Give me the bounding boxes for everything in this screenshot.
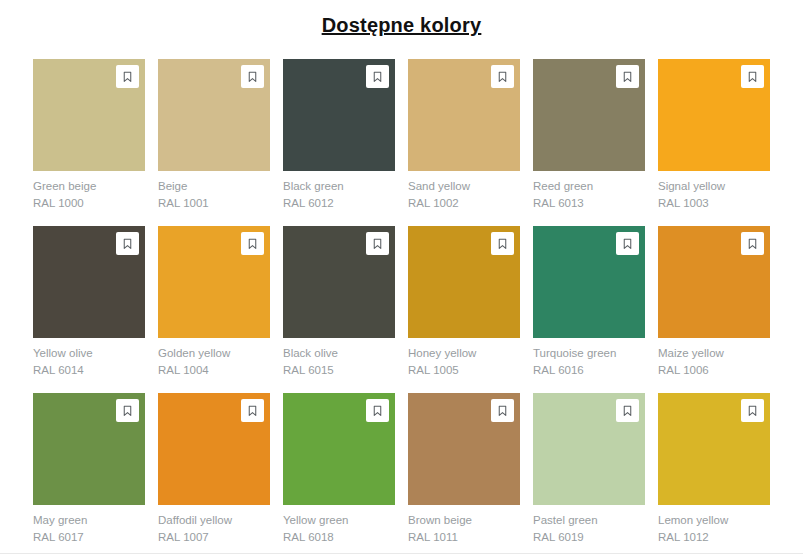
bookmark-button[interactable] [116,399,139,422]
bookmark-button[interactable] [491,232,514,255]
bookmark-button[interactable] [116,232,139,255]
color-name: Signal yellow [658,179,770,193]
color-swatch[interactable] [408,226,520,338]
color-ral-code: RAL 6018 [283,530,395,544]
bookmark-button[interactable] [741,399,764,422]
color-swatch[interactable] [283,393,395,505]
bookmark-button[interactable] [616,232,639,255]
bookmark-button[interactable] [241,399,264,422]
bookmark-button[interactable] [741,232,764,255]
color-ral-code: RAL 1006 [658,363,770,377]
bookmark-button[interactable] [116,65,139,88]
bookmark-button[interactable] [366,232,389,255]
color-card: Turquoise greenRAL 6016 [533,226,645,377]
color-card: Sand yellowRAL 1002 [408,59,520,210]
page-title: Dostępne kolory [33,14,770,37]
color-name: Daffodil yellow [158,513,270,527]
bookmark-icon [371,404,384,417]
color-card: Black greenRAL 6012 [283,59,395,210]
color-grid: Green beigeRAL 1000BeigeRAL 1001Black gr… [33,59,770,544]
color-ral-code: RAL 6012 [283,196,395,210]
color-swatch[interactable] [408,393,520,505]
color-name: May green [33,513,145,527]
color-card: Black oliveRAL 6015 [283,226,395,377]
bookmark-icon [621,237,634,250]
color-name: Brown beige [408,513,520,527]
color-name: Yellow green [283,513,395,527]
color-name: Turquoise green [533,346,645,360]
bookmark-icon [371,237,384,250]
color-ral-code: RAL 6019 [533,530,645,544]
color-name: Golden yellow [158,346,270,360]
color-swatch[interactable] [658,59,770,171]
color-name: Sand yellow [408,179,520,193]
color-card: Yellow oliveRAL 6014 [33,226,145,377]
bookmark-button[interactable] [491,399,514,422]
color-swatch[interactable] [408,59,520,171]
color-swatch[interactable] [158,226,270,338]
color-ral-code: RAL 1004 [158,363,270,377]
color-card: Yellow greenRAL 6018 [283,393,395,544]
bookmark-icon [246,237,259,250]
color-ral-code: RAL 1003 [658,196,770,210]
color-swatch[interactable] [533,59,645,171]
bookmark-icon [121,70,134,83]
bookmark-icon [246,404,259,417]
color-ral-code: RAL 6013 [533,196,645,210]
color-ral-code: RAL 6017 [33,530,145,544]
color-name: Maize yellow [658,346,770,360]
bookmark-button[interactable] [366,399,389,422]
color-swatch[interactable] [158,393,270,505]
color-card: Signal yellowRAL 1003 [658,59,770,210]
bookmark-icon [621,404,634,417]
color-card: Brown beigeRAL 1011 [408,393,520,544]
color-card: BeigeRAL 1001 [158,59,270,210]
bookmark-button[interactable] [241,65,264,88]
bookmark-button[interactable] [491,65,514,88]
color-ral-code: RAL 1011 [408,530,520,544]
color-name: Yellow olive [33,346,145,360]
bookmark-button[interactable] [366,65,389,88]
color-swatch[interactable] [33,59,145,171]
color-card: Honey yellowRAL 1005 [408,226,520,377]
color-card: Green beigeRAL 1000 [33,59,145,210]
color-name: Honey yellow [408,346,520,360]
color-ral-code: RAL 1007 [158,530,270,544]
color-card: Golden yellowRAL 1004 [158,226,270,377]
bookmark-icon [496,237,509,250]
color-name: Lemon yellow [658,513,770,527]
color-ral-code: RAL 6015 [283,363,395,377]
bookmark-icon [746,237,759,250]
color-card: Maize yellowRAL 1006 [658,226,770,377]
color-name: Pastel green [533,513,645,527]
color-name: Green beige [33,179,145,193]
color-swatch[interactable] [283,226,395,338]
color-ral-code: RAL 6016 [533,363,645,377]
color-name: Black olive [283,346,395,360]
color-ral-code: RAL 1012 [658,530,770,544]
bookmark-icon [746,70,759,83]
color-swatch[interactable] [33,393,145,505]
bookmark-button[interactable] [616,399,639,422]
bookmark-button[interactable] [241,232,264,255]
color-swatch[interactable] [658,393,770,505]
color-card: Reed greenRAL 6013 [533,59,645,210]
color-card: Lemon yellowRAL 1012 [658,393,770,544]
color-ral-code: RAL 1000 [33,196,145,210]
color-swatch[interactable] [533,393,645,505]
color-card: Pastel greenRAL 6019 [533,393,645,544]
bookmark-button[interactable] [741,65,764,88]
color-swatch[interactable] [158,59,270,171]
color-swatch[interactable] [283,59,395,171]
color-card: Daffodil yellowRAL 1007 [158,393,270,544]
color-swatch[interactable] [658,226,770,338]
bookmark-button[interactable] [616,65,639,88]
color-name: Black green [283,179,395,193]
bookmark-icon [371,70,384,83]
bookmark-icon [746,404,759,417]
color-swatch[interactable] [33,226,145,338]
bookmark-icon [121,237,134,250]
color-card: May greenRAL 6017 [33,393,145,544]
color-swatch[interactable] [533,226,645,338]
color-ral-code: RAL 1005 [408,363,520,377]
